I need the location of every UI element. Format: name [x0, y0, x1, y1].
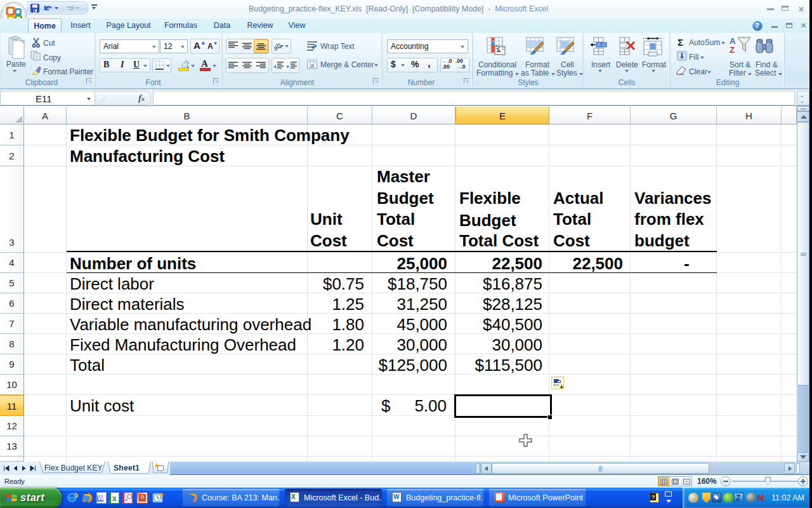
- svg-text:A: A: [730, 36, 736, 46]
- svg-text:Z: Z: [730, 45, 735, 55]
- svg-text:a: a: [310, 62, 313, 69]
- svg-text:ab: ab: [273, 41, 282, 51]
